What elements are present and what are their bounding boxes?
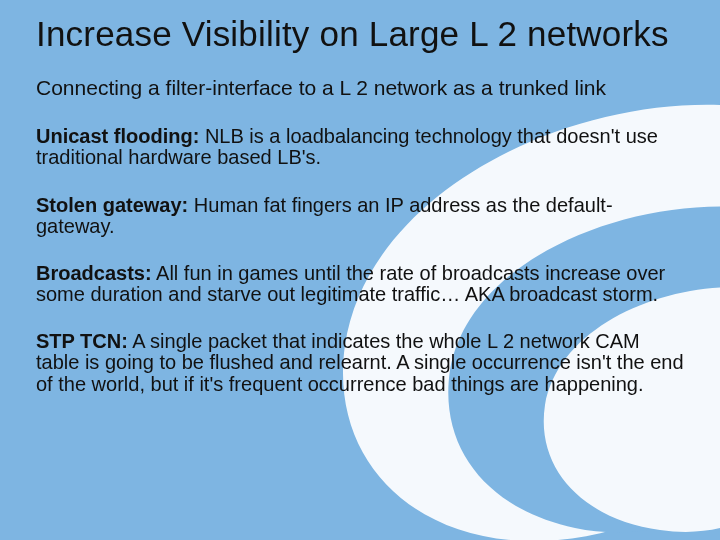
item-broadcasts: Broadcasts: All fun in games until the r… (36, 263, 684, 305)
slide-title: Increase Visibility on Large L 2 network… (36, 14, 684, 54)
item-term: Stolen gateway: (36, 194, 188, 216)
item-term: Broadcasts: (36, 262, 152, 284)
slide-content: Increase Visibility on Large L 2 network… (0, 0, 720, 395)
item-term: Unicast flooding: (36, 125, 199, 147)
slide: Increase Visibility on Large L 2 network… (0, 0, 720, 540)
item-term: STP TCN: (36, 330, 128, 352)
item-unicast-flooding: Unicast flooding: NLB is a loadbalancing… (36, 126, 684, 168)
item-stp-tcn: STP TCN: A single packet that indicates … (36, 331, 684, 395)
item-body: A single packet that indicates the whole… (36, 330, 684, 394)
item-stolen-gateway: Stolen gateway: Human fat fingers an IP … (36, 195, 684, 237)
slide-lead: Connecting a filter-interface to a L 2 n… (36, 76, 684, 100)
